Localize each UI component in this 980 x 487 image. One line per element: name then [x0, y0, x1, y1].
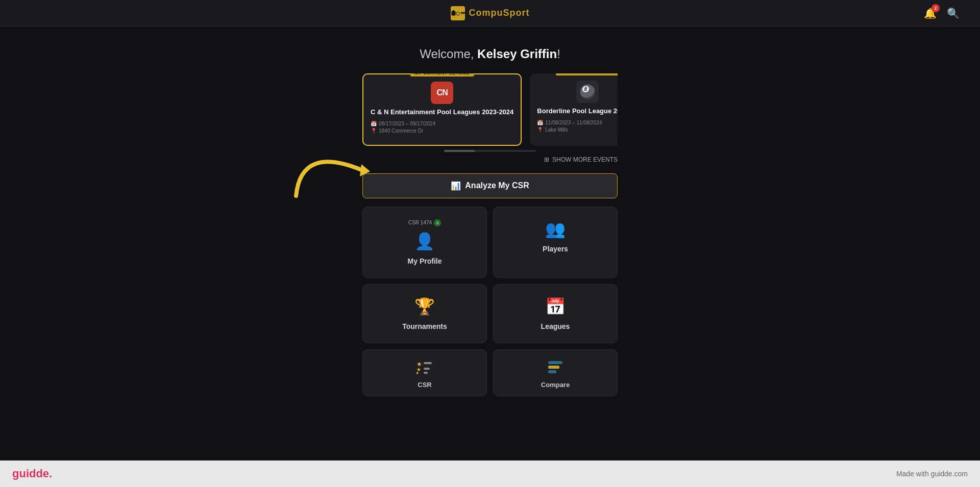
calendar-icon: 📅	[371, 121, 377, 126]
svg-text:★: ★	[416, 371, 419, 374]
players-icon: 👥	[545, 219, 566, 239]
event-card-cn[interactable]: MY CURRENT LEAGUE CN C & N Entertainment…	[362, 73, 522, 146]
menu-item-tournaments[interactable]: 🏆 Tournaments	[362, 284, 487, 343]
svg-rect-5	[424, 362, 432, 364]
svg-text:⬡: ⬡	[456, 11, 460, 16]
carousel-scrollbar[interactable]	[444, 150, 536, 152]
guidde-brand: guidde.	[12, 467, 52, 480]
scrollbar-thumb	[444, 150, 475, 152]
borderline-event-location: 📍 Lake Mills	[537, 127, 618, 133]
csr-label: CSR	[418, 381, 431, 389]
menu-item-leagues[interactable]: 📅 Leagues	[493, 284, 618, 343]
leagues-icon: 📅	[545, 297, 566, 316]
borderline-logo-icon: 🎱	[576, 81, 599, 103]
main-content: Welcome, Kelsey Griffin! MY CURRENT LEAG…	[0, 27, 980, 396]
svg-rect-10	[548, 361, 562, 364]
events-section: MY CURRENT LEAGUE CN C & N Entertainment…	[342, 73, 638, 152]
cn-event-title: C & N Entertainment Pool Leagues 2023-20…	[371, 108, 513, 117]
menu-item-players[interactable]: 👥 Players	[493, 207, 618, 278]
csr-level: 4	[434, 219, 441, 226]
app-logo[interactable]: ⬡ ⇔ CompuSport	[451, 6, 530, 20]
logo-text: CompuSport	[469, 8, 530, 18]
csr-value: CSR 1474	[408, 220, 432, 225]
analyze-csr-button[interactable]: 📊 Analyze My CSR	[362, 173, 618, 198]
borderline-event-meta: 📅 11/08/2023 – 11/08/2024 📍 Lake Mills	[537, 120, 618, 133]
cn-event-date: 📅 09/17/2023 – 09/17/2024	[371, 121, 513, 126]
svg-rect-0	[452, 11, 455, 15]
welcome-message: Welcome, Kelsey Griffin!	[420, 47, 560, 61]
calendar-icon-2: 📅	[537, 120, 543, 125]
location-icon-2: 📍	[537, 127, 543, 133]
svg-rect-11	[548, 366, 559, 369]
nav-actions: 🔔 2 🔍	[924, 7, 960, 19]
csr-icon: ★ ★ ★	[416, 360, 433, 378]
menu-item-compare[interactable]: Compare	[493, 349, 618, 396]
logo-icon: ⬡ ⇔	[451, 6, 465, 20]
players-label: Players	[543, 245, 568, 253]
show-more-events-btn[interactable]: ⊞ SHOW MORE EVENTS	[362, 156, 618, 163]
notification-badge: 2	[932, 4, 940, 12]
guidde-tagline: Made with guidde.com	[896, 470, 968, 478]
top-navigation: ⬡ ⇔ CompuSport 🔔 2 🔍	[0, 0, 980, 27]
bottom-menu-partial: ★ ★ ★ CSR Compare	[362, 349, 618, 396]
svg-rect-7	[424, 368, 430, 370]
compare-icon	[547, 360, 564, 378]
username: Kelsey Griffin	[477, 47, 557, 61]
tournaments-icon: 🏆	[414, 297, 435, 316]
csr-badge: CSR 1474 4	[408, 219, 441, 226]
analyze-label: Analyze My CSR	[465, 181, 529, 190]
menu-item-csr[interactable]: ★ ★ ★ CSR	[362, 349, 487, 396]
grid-icon: ⊞	[544, 156, 549, 163]
event-card-borderline[interactable]: MY CURRENT LEAGUE 🎱 Borderline Pool Leag…	[530, 73, 618, 146]
cn-logo-icon: CN	[431, 82, 453, 104]
svg-rect-12	[548, 370, 556, 373]
leagues-label: Leagues	[541, 322, 570, 330]
notification-bell[interactable]: 🔔 2	[924, 7, 937, 19]
my-profile-label: My Profile	[408, 257, 442, 265]
borderline-event-title: Borderline Pool League 2023/24	[537, 107, 618, 116]
search-icon[interactable]: 🔍	[947, 7, 960, 19]
profile-icon: 👤	[414, 232, 435, 251]
event-badge-cn: MY CURRENT LEAGUE	[410, 73, 474, 76]
cn-event-meta: 📅 09/17/2023 – 09/17/2024 📍 1840 Commerc…	[371, 121, 513, 134]
borderline-event-date: 📅 11/08/2023 – 11/08/2024	[537, 120, 618, 125]
location-icon: 📍	[371, 128, 377, 134]
svg-rect-9	[424, 372, 428, 374]
events-carousel: MY CURRENT LEAGUE CN C & N Entertainment…	[362, 73, 618, 146]
svg-rect-1	[453, 10, 454, 12]
chart-icon: 📊	[451, 181, 461, 191]
show-more-label: SHOW MORE EVENTS	[552, 156, 618, 163]
event-badge-borderline: MY CURRENT LEAGUE	[555, 73, 618, 75]
tournaments-label: Tournaments	[402, 322, 447, 330]
menu-grid: CSR 1474 4 👤 My Profile 👥 Players 🏆 Tour…	[362, 207, 618, 343]
guidde-footer: guidde. Made with guidde.com	[0, 460, 980, 487]
compare-label: Compare	[541, 381, 570, 389]
menu-item-my-profile[interactable]: CSR 1474 4 👤 My Profile	[362, 207, 487, 278]
cn-event-location: 📍 1840 Commerce Dr	[371, 128, 513, 134]
